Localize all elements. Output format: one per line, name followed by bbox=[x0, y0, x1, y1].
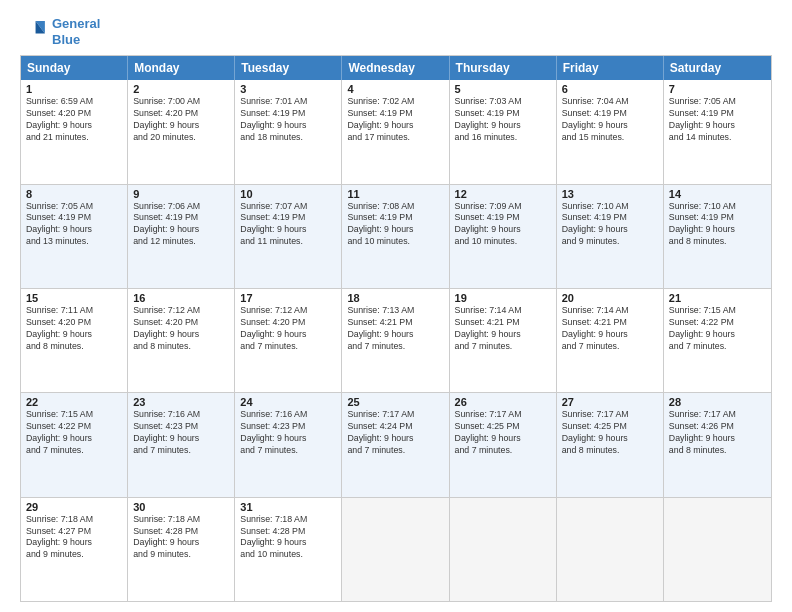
calendar-cell: 11Sunrise: 7:08 AM Sunset: 4:19 PM Dayli… bbox=[342, 185, 449, 288]
day-number: 30 bbox=[133, 501, 229, 513]
day-number: 26 bbox=[455, 396, 551, 408]
calendar-cell: 12Sunrise: 7:09 AM Sunset: 4:19 PM Dayli… bbox=[450, 185, 557, 288]
day-info: Sunrise: 7:14 AM Sunset: 4:21 PM Dayligh… bbox=[455, 305, 551, 353]
day-info: Sunrise: 7:10 AM Sunset: 4:19 PM Dayligh… bbox=[669, 201, 766, 249]
day-info: Sunrise: 6:59 AM Sunset: 4:20 PM Dayligh… bbox=[26, 96, 122, 144]
calendar-cell: 27Sunrise: 7:17 AM Sunset: 4:25 PM Dayli… bbox=[557, 393, 664, 496]
calendar-cell: 8Sunrise: 7:05 AM Sunset: 4:19 PM Daylig… bbox=[21, 185, 128, 288]
header-cell-thursday: Thursday bbox=[450, 56, 557, 80]
day-info: Sunrise: 7:18 AM Sunset: 4:27 PM Dayligh… bbox=[26, 514, 122, 562]
day-info: Sunrise: 7:05 AM Sunset: 4:19 PM Dayligh… bbox=[669, 96, 766, 144]
day-info: Sunrise: 7:04 AM Sunset: 4:19 PM Dayligh… bbox=[562, 96, 658, 144]
day-number: 22 bbox=[26, 396, 122, 408]
day-info: Sunrise: 7:01 AM Sunset: 4:19 PM Dayligh… bbox=[240, 96, 336, 144]
day-number: 29 bbox=[26, 501, 122, 513]
day-info: Sunrise: 7:16 AM Sunset: 4:23 PM Dayligh… bbox=[133, 409, 229, 457]
calendar-header: SundayMondayTuesdayWednesdayThursdayFrid… bbox=[21, 56, 771, 80]
calendar-cell: 30Sunrise: 7:18 AM Sunset: 4:28 PM Dayli… bbox=[128, 498, 235, 601]
calendar-row-3: 15Sunrise: 7:11 AM Sunset: 4:20 PM Dayli… bbox=[21, 289, 771, 393]
calendar-cell bbox=[557, 498, 664, 601]
logo-icon bbox=[20, 18, 48, 46]
day-info: Sunrise: 7:09 AM Sunset: 4:19 PM Dayligh… bbox=[455, 201, 551, 249]
calendar-cell: 5Sunrise: 7:03 AM Sunset: 4:19 PM Daylig… bbox=[450, 80, 557, 183]
day-info: Sunrise: 7:12 AM Sunset: 4:20 PM Dayligh… bbox=[240, 305, 336, 353]
calendar-cell: 4Sunrise: 7:02 AM Sunset: 4:19 PM Daylig… bbox=[342, 80, 449, 183]
calendar-cell: 28Sunrise: 7:17 AM Sunset: 4:26 PM Dayli… bbox=[664, 393, 771, 496]
day-info: Sunrise: 7:12 AM Sunset: 4:20 PM Dayligh… bbox=[133, 305, 229, 353]
calendar-cell: 23Sunrise: 7:16 AM Sunset: 4:23 PM Dayli… bbox=[128, 393, 235, 496]
calendar-cell: 29Sunrise: 7:18 AM Sunset: 4:27 PM Dayli… bbox=[21, 498, 128, 601]
calendar-cell bbox=[342, 498, 449, 601]
day-info: Sunrise: 7:17 AM Sunset: 4:25 PM Dayligh… bbox=[455, 409, 551, 457]
day-number: 16 bbox=[133, 292, 229, 304]
day-info: Sunrise: 7:15 AM Sunset: 4:22 PM Dayligh… bbox=[26, 409, 122, 457]
day-number: 19 bbox=[455, 292, 551, 304]
header-cell-monday: Monday bbox=[128, 56, 235, 80]
calendar-cell: 15Sunrise: 7:11 AM Sunset: 4:20 PM Dayli… bbox=[21, 289, 128, 392]
day-number: 4 bbox=[347, 83, 443, 95]
day-info: Sunrise: 7:18 AM Sunset: 4:28 PM Dayligh… bbox=[133, 514, 229, 562]
day-info: Sunrise: 7:17 AM Sunset: 4:24 PM Dayligh… bbox=[347, 409, 443, 457]
calendar-row-1: 1Sunrise: 6:59 AM Sunset: 4:20 PM Daylig… bbox=[21, 80, 771, 184]
day-number: 27 bbox=[562, 396, 658, 408]
day-info: Sunrise: 7:06 AM Sunset: 4:19 PM Dayligh… bbox=[133, 201, 229, 249]
header-cell-tuesday: Tuesday bbox=[235, 56, 342, 80]
calendar-row-2: 8Sunrise: 7:05 AM Sunset: 4:19 PM Daylig… bbox=[21, 185, 771, 289]
day-number: 7 bbox=[669, 83, 766, 95]
day-info: Sunrise: 7:17 AM Sunset: 4:26 PM Dayligh… bbox=[669, 409, 766, 457]
header-cell-saturday: Saturday bbox=[664, 56, 771, 80]
day-info: Sunrise: 7:05 AM Sunset: 4:19 PM Dayligh… bbox=[26, 201, 122, 249]
day-number: 6 bbox=[562, 83, 658, 95]
day-info: Sunrise: 7:10 AM Sunset: 4:19 PM Dayligh… bbox=[562, 201, 658, 249]
day-number: 25 bbox=[347, 396, 443, 408]
calendar-cell: 22Sunrise: 7:15 AM Sunset: 4:22 PM Dayli… bbox=[21, 393, 128, 496]
calendar-cell: 2Sunrise: 7:00 AM Sunset: 4:20 PM Daylig… bbox=[128, 80, 235, 183]
day-number: 8 bbox=[26, 188, 122, 200]
day-number: 12 bbox=[455, 188, 551, 200]
calendar-cell: 19Sunrise: 7:14 AM Sunset: 4:21 PM Dayli… bbox=[450, 289, 557, 392]
day-info: Sunrise: 7:00 AM Sunset: 4:20 PM Dayligh… bbox=[133, 96, 229, 144]
day-number: 9 bbox=[133, 188, 229, 200]
header-cell-sunday: Sunday bbox=[21, 56, 128, 80]
day-info: Sunrise: 7:14 AM Sunset: 4:21 PM Dayligh… bbox=[562, 305, 658, 353]
calendar-cell: 17Sunrise: 7:12 AM Sunset: 4:20 PM Dayli… bbox=[235, 289, 342, 392]
calendar-cell: 26Sunrise: 7:17 AM Sunset: 4:25 PM Dayli… bbox=[450, 393, 557, 496]
calendar-cell: 7Sunrise: 7:05 AM Sunset: 4:19 PM Daylig… bbox=[664, 80, 771, 183]
day-info: Sunrise: 7:15 AM Sunset: 4:22 PM Dayligh… bbox=[669, 305, 766, 353]
calendar-cell: 16Sunrise: 7:12 AM Sunset: 4:20 PM Dayli… bbox=[128, 289, 235, 392]
day-number: 23 bbox=[133, 396, 229, 408]
calendar-page: General Blue SundayMondayTuesdayWednesda… bbox=[0, 0, 792, 612]
day-number: 2 bbox=[133, 83, 229, 95]
day-number: 11 bbox=[347, 188, 443, 200]
calendar-row-5: 29Sunrise: 7:18 AM Sunset: 4:27 PM Dayli… bbox=[21, 498, 771, 601]
calendar-cell: 3Sunrise: 7:01 AM Sunset: 4:19 PM Daylig… bbox=[235, 80, 342, 183]
calendar-cell: 18Sunrise: 7:13 AM Sunset: 4:21 PM Dayli… bbox=[342, 289, 449, 392]
day-number: 24 bbox=[240, 396, 336, 408]
day-info: Sunrise: 7:11 AM Sunset: 4:20 PM Dayligh… bbox=[26, 305, 122, 353]
calendar-cell bbox=[450, 498, 557, 601]
day-info: Sunrise: 7:16 AM Sunset: 4:23 PM Dayligh… bbox=[240, 409, 336, 457]
day-number: 21 bbox=[669, 292, 766, 304]
calendar-cell: 1Sunrise: 6:59 AM Sunset: 4:20 PM Daylig… bbox=[21, 80, 128, 183]
day-info: Sunrise: 7:07 AM Sunset: 4:19 PM Dayligh… bbox=[240, 201, 336, 249]
calendar-cell: 13Sunrise: 7:10 AM Sunset: 4:19 PM Dayli… bbox=[557, 185, 664, 288]
calendar-body: 1Sunrise: 6:59 AM Sunset: 4:20 PM Daylig… bbox=[21, 80, 771, 601]
day-info: Sunrise: 7:18 AM Sunset: 4:28 PM Dayligh… bbox=[240, 514, 336, 562]
day-number: 17 bbox=[240, 292, 336, 304]
calendar-cell: 21Sunrise: 7:15 AM Sunset: 4:22 PM Dayli… bbox=[664, 289, 771, 392]
logo-text: General Blue bbox=[52, 16, 100, 47]
day-number: 3 bbox=[240, 83, 336, 95]
calendar-cell bbox=[664, 498, 771, 601]
calendar-row-4: 22Sunrise: 7:15 AM Sunset: 4:22 PM Dayli… bbox=[21, 393, 771, 497]
header-cell-friday: Friday bbox=[557, 56, 664, 80]
day-number: 14 bbox=[669, 188, 766, 200]
day-number: 28 bbox=[669, 396, 766, 408]
calendar: SundayMondayTuesdayWednesdayThursdayFrid… bbox=[20, 55, 772, 602]
day-number: 5 bbox=[455, 83, 551, 95]
day-info: Sunrise: 7:02 AM Sunset: 4:19 PM Dayligh… bbox=[347, 96, 443, 144]
header-cell-wednesday: Wednesday bbox=[342, 56, 449, 80]
day-number: 10 bbox=[240, 188, 336, 200]
day-info: Sunrise: 7:17 AM Sunset: 4:25 PM Dayligh… bbox=[562, 409, 658, 457]
day-number: 1 bbox=[26, 83, 122, 95]
calendar-cell: 20Sunrise: 7:14 AM Sunset: 4:21 PM Dayli… bbox=[557, 289, 664, 392]
